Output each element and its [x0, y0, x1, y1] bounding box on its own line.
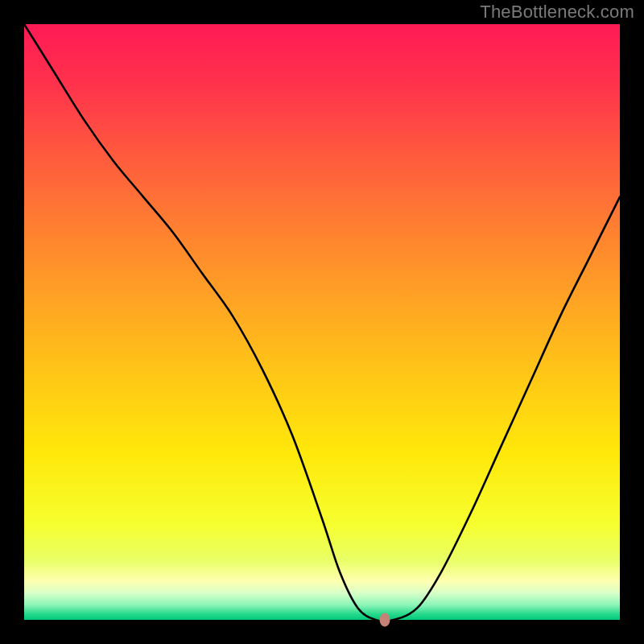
- watermark-text: TheBottleneck.com: [480, 2, 634, 23]
- bottleneck-plot: [24, 24, 620, 620]
- chart-container: TheBottleneck.com: [0, 0, 644, 644]
- optimal-point-marker: [379, 613, 390, 627]
- plot-area: [24, 24, 620, 620]
- gradient-background: [24, 24, 620, 620]
